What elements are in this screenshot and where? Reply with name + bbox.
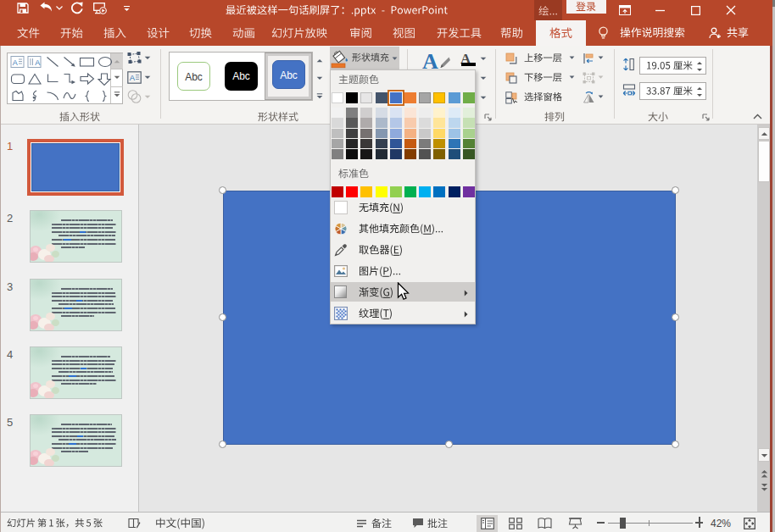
svg-text:A: A (35, 58, 40, 67)
svg-text:A: A (13, 58, 18, 67)
svg-text:A: A (130, 73, 136, 82)
